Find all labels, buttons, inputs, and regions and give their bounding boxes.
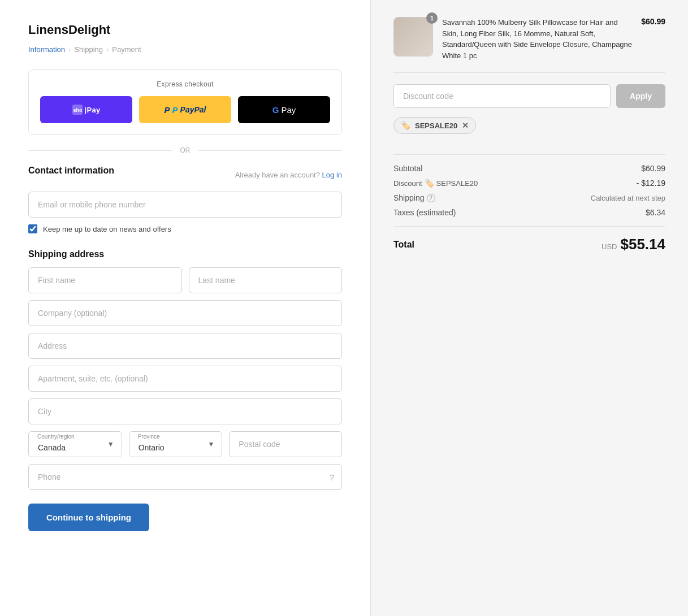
express-buttons: shop |Pay PP PayPal G Pay bbox=[40, 96, 330, 123]
express-checkout-section: Express checkout shop |Pay PP PayPal G P… bbox=[28, 70, 342, 135]
discount-text: Discount bbox=[393, 179, 422, 188]
postal-code-input[interactable] bbox=[229, 431, 342, 457]
shop-pay-label: |Pay bbox=[85, 106, 101, 114]
applied-discount-badge: 🏷️ SEPSALE20 ✕ bbox=[393, 117, 476, 134]
contact-header: Contact information Already have an acco… bbox=[28, 166, 342, 184]
product-info: Savannah 100% Mulberry Silk Pillowcase f… bbox=[442, 17, 632, 61]
product-quantity-badge: 1 bbox=[426, 12, 438, 24]
product-price: $60.99 bbox=[641, 17, 665, 26]
taxes-row: Taxes (estimated) $6.34 bbox=[393, 208, 665, 217]
city-input[interactable] bbox=[28, 398, 342, 424]
or-label: OR bbox=[180, 146, 191, 154]
discount-label: Discount 🏷️ SEPSALE20 bbox=[393, 179, 478, 188]
newsletter-checkbox-row: Keep me up to date on news and offers bbox=[28, 224, 342, 233]
country-select[interactable]: Canada bbox=[28, 431, 122, 457]
last-name-input[interactable] bbox=[189, 267, 343, 293]
login-link[interactable]: Log in bbox=[322, 171, 342, 179]
remove-discount-button[interactable]: ✕ bbox=[462, 122, 469, 129]
subtotal-value: $60.99 bbox=[641, 164, 665, 173]
first-name-input[interactable] bbox=[28, 267, 182, 293]
product-row: 1 Savannah 100% Mulberry Silk Pillowcase… bbox=[393, 17, 665, 73]
total-value: USD $55.14 bbox=[602, 236, 665, 253]
gpay-label: G Pay bbox=[272, 105, 296, 115]
contact-section: Contact information Already have an acco… bbox=[28, 166, 342, 233]
phone-help-icon[interactable]: ? bbox=[330, 472, 334, 482]
product-image-bg bbox=[394, 18, 432, 56]
tag-icon: 🏷️ bbox=[401, 121, 410, 130]
taxes-label: Taxes (estimated) bbox=[393, 208, 456, 217]
shop-icon-svg: shop bbox=[72, 105, 83, 115]
paypal-logo: PP PayPal bbox=[165, 105, 206, 115]
subtotal-row: Subtotal $60.99 bbox=[393, 164, 665, 173]
total-currency: USD bbox=[602, 242, 617, 251]
discount-tag-icon: 🏷️ bbox=[425, 179, 434, 188]
discount-code-display: SEPSALE20 bbox=[436, 179, 478, 188]
shipping-help-icon[interactable]: ? bbox=[427, 194, 435, 202]
address-row: Country/region Canada ▼ Province Ontario… bbox=[28, 431, 342, 457]
discount-value: - $12.19 bbox=[637, 179, 665, 188]
shop-pay-button[interactable]: shop |Pay bbox=[40, 96, 132, 123]
total-amount: $55.14 bbox=[620, 236, 665, 253]
paypal-p2: P bbox=[172, 105, 178, 115]
summary-divider-top bbox=[393, 154, 665, 155]
country-select-wrapper: Country/region Canada ▼ bbox=[28, 431, 122, 457]
apply-discount-button[interactable]: Apply bbox=[616, 84, 665, 108]
address-input[interactable] bbox=[28, 333, 342, 359]
gpay-button[interactable]: G Pay bbox=[238, 96, 330, 123]
shipping-label: Shipping ? bbox=[393, 193, 435, 202]
shipping-row: Shipping ? Calculated at next step bbox=[393, 193, 665, 202]
discount-row-summary: Discount 🏷️ SEPSALE20 - $12.19 bbox=[393, 179, 665, 188]
discount-row: Apply bbox=[393, 84, 665, 108]
paypal-button[interactable]: PP PayPal bbox=[139, 96, 231, 123]
breadcrumb-shipping[interactable]: Shipping bbox=[74, 45, 103, 54]
login-prompt: Already have an account? Log in bbox=[235, 171, 342, 179]
contact-title: Contact information bbox=[28, 166, 114, 176]
shop-pay-icon: shop |Pay bbox=[72, 105, 101, 115]
product-image-wrapper: 1 bbox=[393, 17, 433, 57]
store-name: LinensDelight bbox=[28, 23, 342, 37]
paypal-p: P bbox=[165, 105, 170, 115]
phone-input[interactable] bbox=[28, 464, 342, 490]
shipping-address-section: Shipping address Country/region Canada ▼… bbox=[28, 249, 342, 490]
subtotal-label: Subtotal bbox=[393, 164, 422, 173]
taxes-value: $6.34 bbox=[646, 208, 665, 217]
product-image bbox=[393, 17, 433, 57]
shipping-address-title: Shipping address bbox=[28, 249, 342, 259]
discount-code-input[interactable] bbox=[393, 84, 611, 108]
svg-text:shop: shop bbox=[73, 107, 83, 113]
paypal-text: PayPal bbox=[180, 105, 206, 114]
newsletter-checkbox[interactable] bbox=[28, 224, 37, 233]
shipping-calc-value: Calculated at next step bbox=[591, 194, 665, 202]
left-panel: LinensDelight Information › Shipping › P… bbox=[0, 0, 370, 616]
applied-code-label: SEPSALE20 bbox=[415, 122, 457, 130]
summary-divider-bottom bbox=[393, 226, 665, 227]
province-select-wrapper: Province Ontario ▼ bbox=[129, 431, 223, 457]
phone-wrapper: ? bbox=[28, 464, 342, 490]
product-name: Savannah 100% Mulberry Silk Pillowcase f… bbox=[442, 17, 632, 61]
breadcrumb-sep-2: › bbox=[106, 45, 109, 54]
province-select[interactable]: Ontario bbox=[129, 431, 223, 457]
or-divider: OR bbox=[28, 146, 342, 154]
total-row: Total USD $55.14 bbox=[393, 236, 665, 253]
continue-to-shipping-button[interactable]: Continue to shipping bbox=[28, 504, 149, 531]
breadcrumb-sep-1: › bbox=[68, 45, 71, 54]
email-phone-input[interactable] bbox=[28, 192, 342, 218]
total-label: Total bbox=[393, 240, 414, 250]
apt-input[interactable] bbox=[28, 366, 342, 392]
breadcrumb: Information › Shipping › Payment bbox=[28, 45, 342, 54]
name-row bbox=[28, 267, 342, 300]
company-input[interactable] bbox=[28, 300, 342, 326]
right-panel: 1 Savannah 100% Mulberry Silk Pillowcase… bbox=[370, 0, 688, 616]
breadcrumb-payment[interactable]: Payment bbox=[112, 45, 141, 54]
breadcrumb-information[interactable]: Information bbox=[28, 45, 65, 54]
express-checkout-title: Express checkout bbox=[40, 80, 330, 88]
newsletter-label[interactable]: Keep me up to date on news and offers bbox=[43, 225, 171, 233]
